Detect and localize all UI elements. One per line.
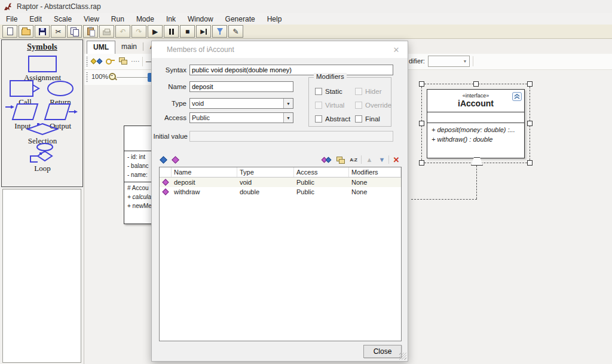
toolbar-grip-icon [86,72,88,82]
key-icon[interactable] [106,57,115,65]
move-down-button[interactable]: ▼ [377,155,387,164]
save-button[interactable] [35,25,50,38]
redo-button: ↷ [131,25,146,38]
selection-handle[interactable] [527,81,533,87]
col-modifiers[interactable]: Modifiers [349,167,401,177]
main-toolbar: ✂ ↶ ↷ ▶ ■ ▶ ✎ 175% ▼ [0,25,612,39]
menu-generate[interactable]: Generate [219,14,261,25]
symbol-assignment[interactable]: Assignment [22,56,63,82]
collapse-button[interactable] [512,92,522,101]
dialog-resize-grip[interactable] [399,353,406,360]
checkbox-abstract[interactable]: Abstract [315,115,350,123]
realization-connector-vertical[interactable] [476,166,477,199]
name-input[interactable] [189,81,293,92]
selection-handle[interactable] [473,81,479,87]
type-dropdown-arrow-icon[interactable]: ▼ [283,99,293,108]
toolbar-separator [473,56,473,66]
toolbar-separator [142,57,143,66]
syntax-label: Syntax [152,66,186,74]
sort-alpha-button[interactable]: A↓Z [348,155,359,164]
menu-bar: File Edit Scale View Run Mode Ink Window… [0,13,612,25]
redo-icon: ↷ [136,28,142,35]
menu-help[interactable]: Help [261,14,288,25]
col-access[interactable]: Access [294,167,349,177]
final-checkbox[interactable] [355,115,362,123]
static-checkbox[interactable] [315,88,322,95]
save-floppy-icon [39,28,46,35]
table-row[interactable]: withdraw double Public None [160,187,401,197]
interface-operations-compartment: + deposit(money: double) :... + withdraw… [427,123,524,145]
stop-button[interactable]: ■ [180,25,195,38]
tab-uml[interactable]: UML [87,41,115,54]
show-members-button[interactable] [321,155,332,164]
selection-handle[interactable] [419,121,424,126]
checkbox-final[interactable]: Final [355,115,380,123]
access-dropdown-arrow-icon[interactable]: ▼ [283,113,293,123]
abstract-checkbox[interactable] [315,115,322,123]
open-file-button[interactable] [19,25,33,38]
menu-ink[interactable]: Ink [160,14,182,25]
method-diamond-icon [172,156,179,164]
selection-handle[interactable] [419,81,424,87]
symbol-label: Loop [19,164,66,173]
add-method-button[interactable] [170,155,180,164]
paste-clipboard-icon [87,27,94,35]
zoom-out-magnifier-icon[interactable] [108,72,117,81]
tab-main[interactable]: main [115,41,143,54]
generate-code-button[interactable] [212,25,227,38]
canvas-zoom-slider-track[interactable] [117,77,152,78]
add-class-icon[interactable] [91,57,102,65]
double-chevron-up-icon [514,94,520,99]
hider-checkbox [355,88,362,95]
table-row[interactable]: deposit void Public None [160,178,401,187]
step-button[interactable]: ▶ [196,25,211,38]
add-field-button[interactable] [158,155,169,164]
checkbox-static[interactable]: Static [315,88,342,95]
more-dots-icon[interactable]: ···· [131,57,140,65]
selection-handle[interactable] [527,121,533,126]
assignment-shape-icon [27,56,57,72]
menu-run[interactable]: Run [105,14,130,25]
paste-button[interactable] [83,25,98,38]
delete-member-button[interactable]: ✕ [391,155,402,164]
syntax-input[interactable] [189,65,393,75]
close-button[interactable]: Close [363,345,402,358]
toolbar-separator [361,155,362,164]
pause-button[interactable] [164,25,179,38]
cut-button[interactable]: ✂ [51,25,66,38]
menu-file[interactable]: File [0,14,23,25]
toolbar-grip-icon [86,57,88,66]
field-diamond-icon [326,157,332,163]
modifier-combobox[interactable]: ▼ [428,56,470,67]
play-button[interactable]: ▶ [148,25,163,38]
new-file-button[interactable] [2,25,17,38]
dialog-close-icon[interactable]: ✕ [391,44,402,55]
selection-handle[interactable] [527,160,533,166]
member-properties-button[interactable] [335,155,345,164]
interface-diagram-box[interactable]: «interface» iAccount + deposit(money: do… [427,89,525,158]
col-name[interactable]: Name [172,167,237,177]
copy-button[interactable] [67,25,82,38]
cut-scissors-icon: ✂ [55,28,61,35]
realization-connector-horizontal[interactable] [411,199,477,200]
modifier-dropdown-arrow-icon: ▼ [461,56,469,66]
menu-window[interactable]: Window [182,14,219,25]
access-label: Access [152,114,186,121]
ink-pen-button[interactable]: ✎ [228,25,243,38]
toolbar-separator [388,155,389,164]
title-bar: Raptor - AbstarctClass.rap [0,0,612,13]
menu-scale[interactable]: Scale [48,14,78,25]
stacked-items-icon[interactable] [119,57,127,65]
loop-shape-icon [26,143,59,163]
access-combobox[interactable]: Public ▼ [189,112,293,123]
menu-edit[interactable]: Edit [23,14,48,25]
menu-view[interactable]: View [78,14,105,25]
virtual-checkbox [315,102,322,109]
selection-handle[interactable] [419,160,424,166]
type-label: Type [152,100,186,107]
menu-mode[interactable]: Mode [130,14,160,25]
symbol-loop[interactable]: Loop [19,143,66,173]
initial-value-input [189,131,393,142]
col-type[interactable]: Type [237,167,294,177]
type-combobox[interactable]: void ▼ [189,98,293,109]
